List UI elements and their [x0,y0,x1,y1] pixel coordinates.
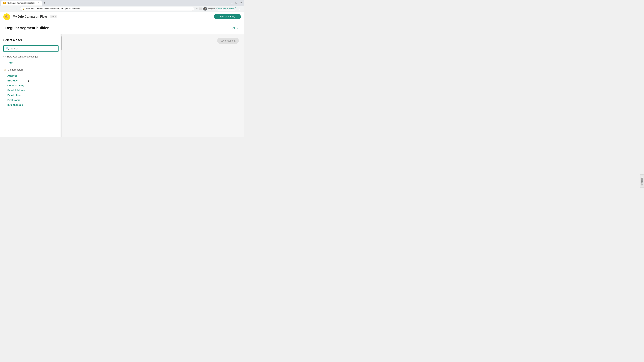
app-header: 🐵 My Drip Campaign Flow Draft Turn on jo… [0,12,244,22]
filter-panel-inner: Select a filter × 🔍 🏷 How your contacts … [0,34,62,137]
active-tab[interactable]: M Customer Journeys | Mailchimp × [1,0,42,5]
tab-favicon: M [3,2,6,4]
right-panel: Save segment [62,34,244,137]
browser-controls: ← → ↻ 🔒 us21.admin.mailchimp.com/custome… [0,6,244,11]
filter-item-email-address[interactable]: Email Address [3,88,58,93]
filter-item-address[interactable]: Address [3,73,58,78]
tags-section-label: How your contacts are tagged [7,55,38,58]
contact-details-label: Contact details [8,68,24,71]
segment-builder-modal: Regular segment builder Close Select a f… [0,22,244,137]
modal-header: Regular segment builder Close [0,22,244,34]
campaign-title: My Drip Campaign Flow [13,15,47,18]
publish-button[interactable]: Turn on journey [214,14,241,19]
tags-section-icon: 🏷 [3,55,6,58]
tags-section-header: 🏷 How your contacts are tagged [3,55,58,58]
browser-chrome: M Customer Journeys | Mailchimp × + — ❐ … [0,0,244,12]
search-icon: 🔍 [6,47,9,50]
filter-panel-scrollbar[interactable] [60,34,62,137]
save-segment-button[interactable]: Save segment [217,38,239,44]
restore-button[interactable]: ❐ [234,1,238,5]
url-text: us21.admin.mailchimp.com/customer-journe… [26,7,81,10]
more-options-button[interactable]: ⋮ [238,6,242,11]
filter-panel: Select a filter × 🔍 🏷 How your contacts … [0,34,62,137]
tags-filter-section: 🏷 How your contacts are tagged Tags [3,55,58,65]
incognito-icon: 🕵 [203,7,207,10]
app-area: 🐵 My Drip Campaign Flow Draft Turn on jo… [0,12,244,137]
filter-item-first-name[interactable]: First Name [3,97,58,102]
refresh-button[interactable]: ↻ [14,6,19,11]
incognito-area: 🕵 Incognito [203,7,215,10]
filter-item-tags[interactable]: Tags [3,60,58,65]
modal-body: Select a filter × 🔍 🏷 How your contacts … [0,34,244,137]
filter-item-contact-rating[interactable]: Contact rating [3,83,58,88]
close-window-button[interactable]: ✕ [239,1,243,5]
lock-icon: 🔒 [22,8,25,10]
new-tab-button[interactable]: + [42,1,47,5]
forward-button[interactable]: → [8,6,13,11]
contact-details-section: 🏠 Contact details Address Birthday Conta… [3,68,58,107]
filter-item-info-changed[interactable]: Info changed [3,102,58,107]
contact-details-icon: 🏠 [3,68,6,71]
address-bar[interactable]: 🔒 us21.admin.mailchimp.com/customer-jour… [20,7,194,11]
back-button[interactable]: ← [2,6,7,11]
modal-close-button[interactable]: Close [232,27,239,29]
header-actions: Turn on journey [214,14,241,19]
filter-item-birthday[interactable]: Birthday [3,78,58,83]
search-box[interactable]: 🔍 [3,45,58,52]
bookmark-icon[interactable]: ☆ [196,7,198,10]
tab-title: Customer Journeys | Mailchimp [8,2,36,4]
incognito-label: Incognito [208,8,215,10]
modal-title: Regular segment builder [5,26,49,30]
minimize-button[interactable]: — [230,1,234,5]
extensions-icon[interactable]: ⬜ [199,7,202,10]
filter-item-email-client[interactable]: Email client [3,93,58,97]
contact-details-header: 🏠 Contact details [3,68,58,71]
draft-badge: Draft [50,15,57,18]
tab-close-button[interactable]: × [37,2,40,4]
scrollbar-thumb [61,36,62,50]
filter-panel-title: Select a filter [3,38,22,42]
search-input[interactable] [10,47,56,50]
relaunch-button[interactable]: Relaunch to update [216,7,236,10]
filter-panel-close-button[interactable]: × [57,38,58,42]
tab-bar: M Customer Journeys | Mailchimp × + — ❐ … [0,0,244,6]
filter-header: Select a filter × [3,38,58,42]
app-logo: 🐵 [3,13,10,20]
